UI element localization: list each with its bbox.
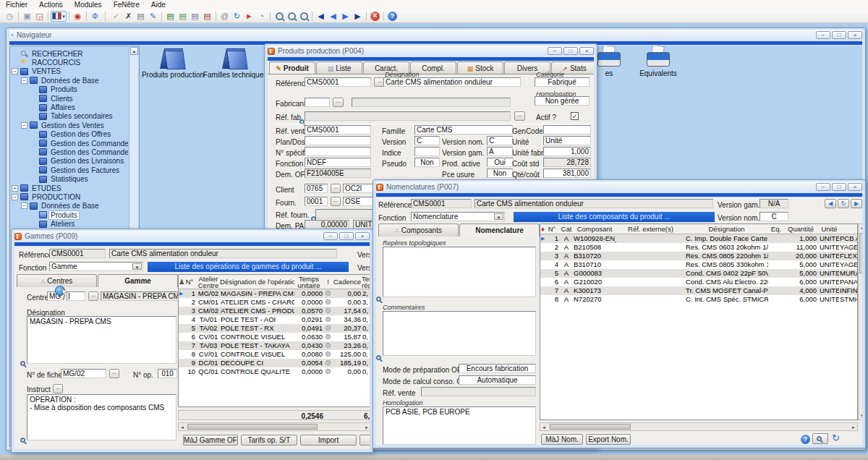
table-row[interactable]: 5 A G000083 Cond. CMS 0402 22pF 50V COG …	[540, 269, 857, 278]
tree-item-label[interactable]: Gestion des Commandes	[49, 148, 128, 156]
table-row[interactable]: 8 A N720270 C. Int. CMS Spéc. STMICROELE…	[540, 295, 857, 304]
version-gam-field[interactable]: A	[487, 147, 513, 156]
tree-expander-icon[interactable]: −	[21, 77, 27, 84]
tree-item[interactable]: RECHERCHER	[12, 49, 128, 58]
tree-item-label[interactable]: Tables secondaires	[49, 112, 114, 120]
prod-active-field[interactable]: Oui	[487, 158, 513, 167]
tarifs-op-st-button[interactable]: Tarifs op. S/T	[241, 435, 297, 446]
clock-icon[interactable]: ◷	[4, 11, 16, 22]
components-table[interactable]: ♦ N° Cat Composant Réf. externe(s) Désig…	[540, 223, 858, 420]
table-row[interactable]: ▶ 1 MG/02 MAGASIN - PREPA CMS 0,0000 0,0…	[179, 289, 370, 298]
window-titlebar[interactable]: Gammes (P009) − □ ×	[14, 231, 370, 242]
tree-item[interactable]: Tables secondaires	[12, 112, 128, 121]
tree-item[interactable]: Gestion des Offres	[12, 130, 128, 139]
menu-item[interactable]: Aide	[151, 1, 166, 9]
indice-field[interactable]	[414, 147, 440, 156]
tree-item[interactable]: Gestion des Livraisons	[12, 157, 128, 166]
scroll-up-icon[interactable]: ▲	[859, 224, 862, 231]
ref-vente-field[interactable]: CMS0001	[305, 125, 371, 135]
tree-item-label[interactable]: Données de Base	[40, 77, 101, 85]
maximize-button[interactable]: □	[832, 183, 846, 191]
next-record-button[interactable]: ▶	[851, 199, 862, 208]
tree-expander-icon[interactable]: −	[21, 122, 27, 129]
close-button[interactable]: ×	[848, 183, 862, 191]
mode-prep-field[interactable]: Encours fabrication	[459, 364, 536, 373]
previous-record-icon[interactable]: ◀	[327, 11, 339, 22]
minimize-button[interactable]: −	[548, 47, 562, 55]
tree-item[interactable]: Clients	[12, 94, 128, 103]
scrollbar-thumb[interactable]	[187, 424, 318, 430]
maximize-button[interactable]: □	[339, 232, 354, 240]
table-edit-icon[interactable]: ▤	[189, 11, 201, 22]
first-record-icon[interactable]: ◀	[315, 11, 327, 22]
tree-item-label[interactable]: ETUDES	[30, 184, 63, 192]
reference-field[interactable]: CMS0001	[305, 77, 371, 87]
scroll-left-icon[interactable]: ◄	[179, 424, 186, 431]
tree-item[interactable]: − PRODUCTION	[12, 192, 128, 201]
tree-item[interactable]: + ETUDES	[12, 184, 128, 192]
tree-item[interactable]: Gestion des Commandes	[12, 148, 128, 156]
tree-expander-icon[interactable]: +	[12, 185, 18, 192]
reperes-textarea[interactable]	[383, 247, 536, 297]
table-row[interactable]: 6 A G210020 Cond. CMS Alu Electro. 220µF…	[540, 278, 857, 286]
table-row[interactable]: 4 TA/01 POLE TEST - AOI 0,0291 34,36 0,	[179, 315, 370, 324]
tree-item[interactable]: − VENTES	[12, 67, 128, 76]
pce-usure-field[interactable]: Non	[487, 169, 513, 178]
tree-item[interactable]: Affaires	[12, 103, 128, 111]
fabricant-code-field[interactable]	[305, 98, 330, 107]
maximize-button[interactable]: □	[832, 31, 846, 39]
table-next-icon[interactable]: ▤	[176, 11, 189, 22]
history-icon[interactable]: ◔	[255, 11, 268, 22]
toolbar-icon[interactable]	[383, 12, 384, 21]
export-icon[interactable]: ►	[243, 11, 255, 22]
designation-textarea[interactable]: MAGASIN - PREPA CMS	[27, 316, 176, 364]
scrollbar-thumb[interactable]	[550, 424, 631, 430]
tree-item-label[interactable]: RACCOURCIS	[30, 59, 82, 67]
help-icon[interactable]	[386, 11, 399, 22]
desktop-icon-produits-production[interactable]: Produits production	[140, 48, 206, 79]
table-remove-icon[interactable]: ▤	[201, 11, 213, 22]
toolbar-icon[interactable]	[161, 12, 162, 21]
tree-expander-icon[interactable]: −	[12, 194, 18, 200]
help-icon[interactable]	[799, 434, 812, 445]
ref-fab-lookup-button[interactable]	[514, 111, 525, 121]
tree-item-label[interactable]: Statistiques	[49, 175, 90, 183]
tree-item[interactable]: − Données de Base	[12, 76, 128, 85]
close-button[interactable]: ×	[355, 232, 370, 240]
table-row[interactable]: 3 CM/02 ATELIER CMS - PRODUCTION 0,0570 …	[179, 307, 370, 315]
last-record-icon[interactable]: ▶	[352, 11, 364, 22]
tree-item-label[interactable]: PRODUCTION	[30, 193, 82, 201]
tab[interactable]: ▤Liste	[316, 61, 362, 74]
toolbar-icon[interactable]	[18, 12, 19, 21]
zoom-icon[interactable]	[273, 11, 285, 22]
cascade-windows-icon[interactable]: ▣	[21, 11, 33, 22]
maj-gamme-of-button[interactable]: MàJ Gamme OF	[183, 435, 238, 446]
power-icon[interactable]: Φ	[89, 11, 101, 22]
menu-item[interactable]: Fichier	[6, 1, 27, 9]
toolbar-icon[interactable]	[270, 12, 271, 21]
minimize-button[interactable]: −	[816, 183, 830, 191]
tree-item-label[interactable]: Gestion des Offres	[49, 130, 112, 138]
tree-item-label[interactable]: Produits	[49, 211, 79, 219]
table-row[interactable]: 4 A B310710 Res. CMS 0805 330kohm 1% 1/8…	[540, 260, 857, 269]
tree-item[interactable]: RACCOURCIS	[12, 58, 128, 67]
designation-field[interactable]: Carte CMS alimentation onduleur	[383, 77, 521, 87]
table-add-icon[interactable]: ▤	[164, 11, 176, 22]
centre-lookup-button[interactable]	[88, 291, 98, 301]
toolbar-icon[interactable]	[48, 12, 48, 21]
partial-button[interactable]	[359, 435, 370, 446]
scroll-up-icon[interactable]: ▲	[130, 47, 138, 55]
tree-item[interactable]: Gestion des Commandes Ou	[12, 139, 128, 148]
table-row[interactable]: 9 DC/01 DECOUPE CI 0,0054 185,19 0,	[179, 359, 370, 367]
table-row[interactable]: 3 A B310720 Res. CMS 0805 220ohm 1/8W 1%…	[540, 252, 857, 260]
menu-item[interactable]: Actions	[39, 1, 63, 9]
client-code-field[interactable]: 0765	[305, 184, 328, 193]
unite-field[interactable]: Unité	[543, 136, 591, 145]
famille-field[interactable]: Carte CMS	[414, 125, 513, 135]
language-flag-button[interactable]	[51, 11, 67, 22]
tree-item-label[interactable]: Gestion des Ventes	[40, 122, 106, 129]
window-gammes[interactable]: Gammes (P009) − □ × Référence CMS0001 Ca…	[11, 229, 373, 453]
tree-item-label[interactable]: VENTES	[30, 67, 62, 75]
tree-item-label[interactable]: Produits	[49, 85, 79, 93]
attach-icon[interactable]: ✎	[147, 11, 159, 22]
